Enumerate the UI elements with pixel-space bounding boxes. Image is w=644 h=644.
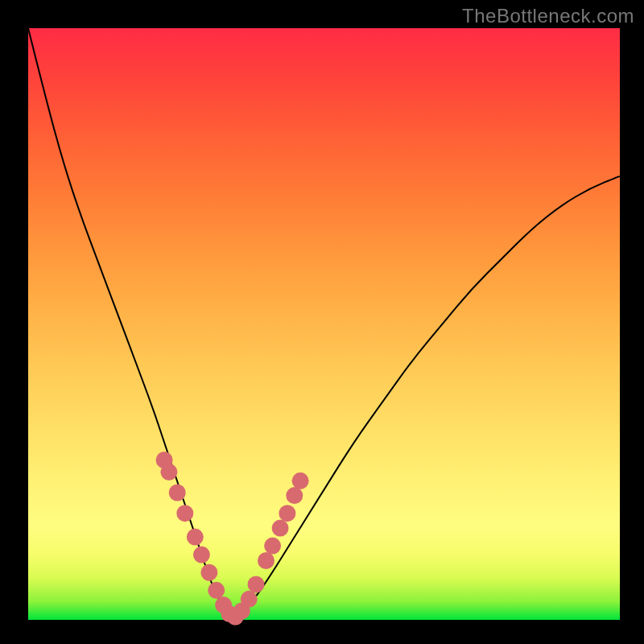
plot-area	[28, 28, 620, 620]
highlight-dot	[272, 520, 289, 537]
highlight-dot	[241, 591, 258, 608]
chart-frame: TheBottleneck.com	[0, 0, 644, 644]
watermark-text: TheBottleneck.com	[462, 5, 634, 27]
highlight-dot	[208, 582, 225, 599]
highlight-dot	[193, 547, 210, 564]
highlight-dot	[279, 505, 295, 522]
highlight-dots	[156, 452, 309, 625]
highlight-dot	[187, 529, 204, 546]
highlight-dot	[258, 552, 275, 569]
highlight-dot	[200, 564, 217, 581]
highlight-dot	[176, 505, 193, 522]
highlight-dot	[286, 487, 303, 504]
highlight-dot	[292, 473, 309, 489]
highlight-dot	[169, 485, 186, 502]
highlight-dot	[264, 538, 281, 555]
curve-svg	[28, 28, 620, 620]
highlight-dot	[248, 576, 265, 592]
highlight-dot	[160, 464, 177, 481]
bottleneck-curve	[28, 28, 620, 617]
